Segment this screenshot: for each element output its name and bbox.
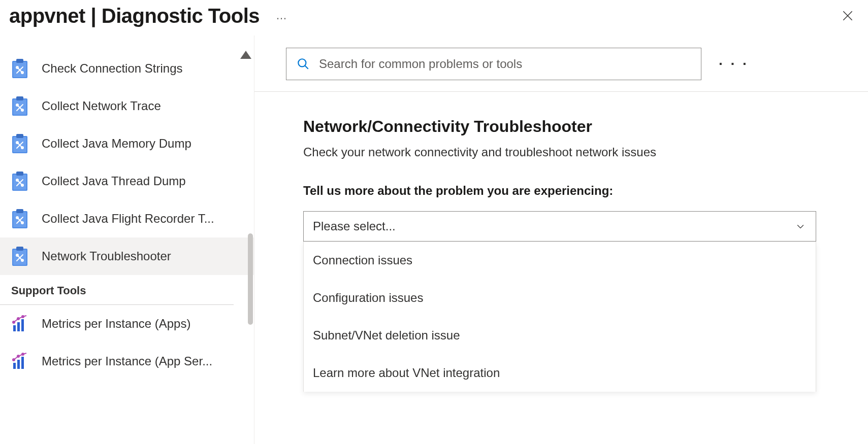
svg-point-55	[21, 353, 24, 356]
search-more-button[interactable]: · · ·	[715, 56, 753, 72]
sidebar-item-collect-java-flight-recorder-t[interactable]: Collect Java Flight Recorder T...	[0, 200, 254, 237]
sidebar-item-collect-java-thread-dump[interactable]: Collect Java Thread Dump	[0, 162, 254, 200]
svg-point-49	[21, 315, 24, 318]
clipboard-tools-icon	[11, 246, 28, 266]
svg-rect-25	[16, 172, 23, 176]
search-box[interactable]	[286, 48, 701, 80]
svg-rect-11	[16, 96, 23, 100]
sidebar-item-label: Collect Java Memory Dump	[42, 136, 191, 151]
svg-rect-51	[17, 360, 20, 369]
clipboard-tools-icon	[11, 209, 28, 229]
main-panel: · · · Network/Connectivity Troubleshoote…	[254, 36, 868, 444]
svg-point-54	[17, 355, 20, 358]
sidebar-item-label: Collect Java Thread Dump	[42, 174, 186, 188]
support-item-label: Metrics per Instance (App Ser...	[42, 354, 212, 368]
sidebar-item-check-connection-strings[interactable]: Check Connection Strings	[0, 50, 254, 87]
header-more-button[interactable]: …	[276, 9, 288, 22]
svg-rect-39	[16, 247, 23, 251]
support-item-metrics-per-instance-app-ser[interactable]: Metrics per Instance (App Ser...	[0, 343, 254, 380]
prompt-label: Tell us more about the problem you are e…	[303, 184, 832, 198]
sidebar-item-collect-network-trace[interactable]: Collect Network Trace	[0, 87, 254, 125]
dropdown-option-configuration-issues[interactable]: Configuration issues	[304, 279, 816, 317]
content-title: Network/Connectivity Troubleshooter	[303, 117, 832, 136]
support-item-label: Metrics per Instance (Apps)	[42, 317, 190, 331]
sidebar-item-collect-java-memory-dump[interactable]: Collect Java Memory Dump	[0, 125, 254, 162]
search-bar: · · ·	[254, 36, 868, 92]
sidebar-section-header: Support Tools	[0, 275, 234, 305]
svg-point-47	[12, 321, 15, 324]
search-input[interactable]	[319, 57, 691, 71]
svg-rect-45	[17, 322, 20, 331]
svg-point-53	[12, 358, 15, 361]
content-area: Network/Connectivity Troubleshooter Chec…	[254, 92, 868, 392]
chevron-down-icon	[795, 221, 806, 231]
page-header: appvnet | Diagnostic Tools …	[0, 0, 868, 36]
clipboard-tools-icon	[11, 96, 28, 116]
svg-point-48	[17, 317, 20, 320]
metrics-icon	[11, 353, 28, 370]
page-title: appvnet | Diagnostic Tools	[9, 5, 260, 27]
svg-point-56	[298, 59, 306, 66]
sidebar-item-label: Collect Java Flight Recorder T...	[42, 212, 214, 226]
close-icon	[841, 9, 854, 22]
svg-line-57	[305, 65, 308, 69]
dropdown-option-subnet-vnet-deletion-issue[interactable]: Subnet/VNet deletion issue	[304, 317, 816, 354]
sidebar: Check Connection Strings Collect Network…	[0, 36, 254, 444]
svg-rect-50	[13, 363, 16, 369]
svg-rect-46	[21, 319, 24, 331]
problem-select[interactable]: Please select...	[303, 211, 816, 242]
sidebar-item-label: Network Troubleshooter	[42, 249, 171, 263]
dropdown-option-connection-issues[interactable]: Connection issues	[304, 242, 816, 279]
problem-dropdown: Connection issuesConfiguration issuesSub…	[303, 242, 816, 392]
clipboard-tools-icon	[11, 133, 28, 154]
scroll-up-arrow[interactable]	[240, 51, 251, 59]
clipboard-tools-icon	[11, 171, 28, 191]
metrics-icon	[11, 315, 28, 332]
clipboard-tools-icon	[11, 58, 28, 79]
sidebar-item-network-troubleshooter[interactable]: Network Troubleshooter	[0, 237, 254, 275]
sidebar-item-label: Collect Network Trace	[42, 99, 161, 113]
dropdown-option-learn-more-about-vnet-integration[interactable]: Learn more about VNet integration	[304, 354, 816, 392]
svg-rect-18	[16, 134, 23, 138]
svg-rect-44	[13, 325, 16, 331]
close-button[interactable]	[840, 8, 856, 24]
svg-rect-4	[16, 59, 23, 63]
support-item-metrics-per-instance-apps[interactable]: Metrics per Instance (Apps)	[0, 305, 254, 343]
content-description: Check your network connectivity and trou…	[303, 145, 832, 159]
svg-rect-32	[16, 209, 23, 213]
select-placeholder: Please select...	[313, 219, 396, 233]
scrollbar-thumb[interactable]	[248, 233, 253, 325]
svg-rect-52	[21, 357, 24, 369]
sidebar-item-label: Check Connection Strings	[42, 61, 182, 76]
search-icon	[297, 57, 310, 71]
